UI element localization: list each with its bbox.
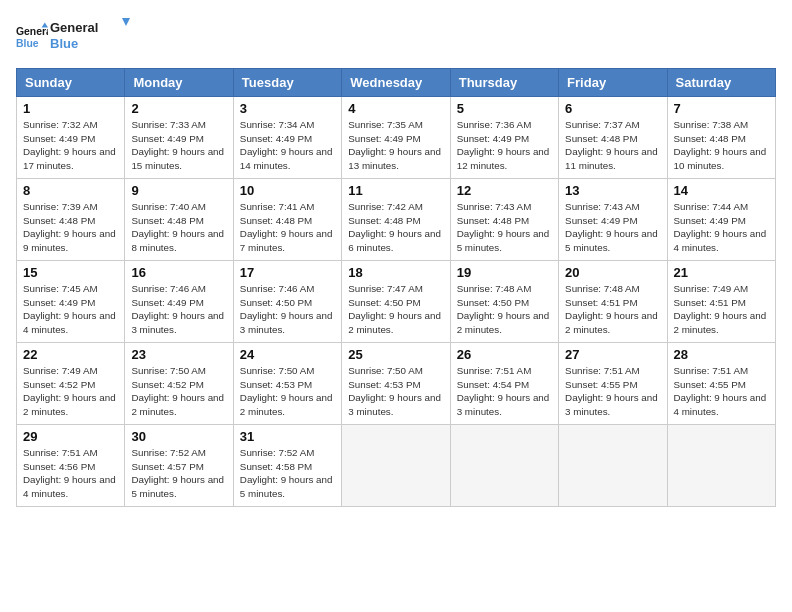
calendar-cell: 2Sunrise: 7:33 AM Sunset: 4:49 PM Daylig… [125, 97, 233, 179]
day-number: 21 [674, 265, 769, 280]
day-number: 29 [23, 429, 118, 444]
calendar-cell: 25Sunrise: 7:50 AM Sunset: 4:53 PM Dayli… [342, 343, 450, 425]
day-info: Sunrise: 7:37 AM Sunset: 4:48 PM Dayligh… [565, 118, 660, 173]
calendar-cell: 5Sunrise: 7:36 AM Sunset: 4:49 PM Daylig… [450, 97, 558, 179]
day-number: 25 [348, 347, 443, 362]
calendar-cell: 28Sunrise: 7:51 AM Sunset: 4:55 PM Dayli… [667, 343, 775, 425]
day-number: 14 [674, 183, 769, 198]
calendar-week-2: 8Sunrise: 7:39 AM Sunset: 4:48 PM Daylig… [17, 179, 776, 261]
day-number: 2 [131, 101, 226, 116]
calendar-cell: 31Sunrise: 7:52 AM Sunset: 4:58 PM Dayli… [233, 425, 341, 507]
weekday-header-thursday: Thursday [450, 69, 558, 97]
day-info: Sunrise: 7:52 AM Sunset: 4:57 PM Dayligh… [131, 446, 226, 501]
calendar-cell: 6Sunrise: 7:37 AM Sunset: 4:48 PM Daylig… [559, 97, 667, 179]
svg-marker-2 [42, 23, 48, 28]
day-info: Sunrise: 7:36 AM Sunset: 4:49 PM Dayligh… [457, 118, 552, 173]
day-number: 31 [240, 429, 335, 444]
calendar-cell: 1Sunrise: 7:32 AM Sunset: 4:49 PM Daylig… [17, 97, 125, 179]
day-info: Sunrise: 7:51 AM Sunset: 4:54 PM Dayligh… [457, 364, 552, 419]
calendar: SundayMondayTuesdayWednesdayThursdayFrid… [16, 68, 776, 507]
day-info: Sunrise: 7:38 AM Sunset: 4:48 PM Dayligh… [674, 118, 769, 173]
calendar-week-4: 22Sunrise: 7:49 AM Sunset: 4:52 PM Dayli… [17, 343, 776, 425]
weekday-header-saturday: Saturday [667, 69, 775, 97]
day-info: Sunrise: 7:42 AM Sunset: 4:48 PM Dayligh… [348, 200, 443, 255]
day-info: Sunrise: 7:46 AM Sunset: 4:49 PM Dayligh… [131, 282, 226, 337]
day-number: 30 [131, 429, 226, 444]
day-number: 10 [240, 183, 335, 198]
calendar-week-5: 29Sunrise: 7:51 AM Sunset: 4:56 PM Dayli… [17, 425, 776, 507]
day-number: 13 [565, 183, 660, 198]
day-number: 9 [131, 183, 226, 198]
day-info: Sunrise: 7:50 AM Sunset: 4:53 PM Dayligh… [348, 364, 443, 419]
day-number: 15 [23, 265, 118, 280]
day-number: 18 [348, 265, 443, 280]
day-info: Sunrise: 7:49 AM Sunset: 4:52 PM Dayligh… [23, 364, 118, 419]
calendar-cell: 10Sunrise: 7:41 AM Sunset: 4:48 PM Dayli… [233, 179, 341, 261]
day-info: Sunrise: 7:39 AM Sunset: 4:48 PM Dayligh… [23, 200, 118, 255]
header: General Blue General Blue [16, 16, 776, 58]
day-info: Sunrise: 7:32 AM Sunset: 4:49 PM Dayligh… [23, 118, 118, 173]
calendar-cell: 9Sunrise: 7:40 AM Sunset: 4:48 PM Daylig… [125, 179, 233, 261]
calendar-week-1: 1Sunrise: 7:32 AM Sunset: 4:49 PM Daylig… [17, 97, 776, 179]
day-info: Sunrise: 7:50 AM Sunset: 4:53 PM Dayligh… [240, 364, 335, 419]
day-info: Sunrise: 7:51 AM Sunset: 4:55 PM Dayligh… [674, 364, 769, 419]
day-info: Sunrise: 7:46 AM Sunset: 4:50 PM Dayligh… [240, 282, 335, 337]
day-info: Sunrise: 7:43 AM Sunset: 4:48 PM Dayligh… [457, 200, 552, 255]
day-number: 22 [23, 347, 118, 362]
calendar-cell: 7Sunrise: 7:38 AM Sunset: 4:48 PM Daylig… [667, 97, 775, 179]
calendar-cell: 22Sunrise: 7:49 AM Sunset: 4:52 PM Dayli… [17, 343, 125, 425]
day-number: 23 [131, 347, 226, 362]
day-number: 16 [131, 265, 226, 280]
logo: General Blue General Blue [16, 16, 130, 58]
calendar-cell: 30Sunrise: 7:52 AM Sunset: 4:57 PM Dayli… [125, 425, 233, 507]
calendar-cell: 4Sunrise: 7:35 AM Sunset: 4:49 PM Daylig… [342, 97, 450, 179]
day-info: Sunrise: 7:48 AM Sunset: 4:50 PM Dayligh… [457, 282, 552, 337]
day-info: Sunrise: 7:48 AM Sunset: 4:51 PM Dayligh… [565, 282, 660, 337]
calendar-cell: 14Sunrise: 7:44 AM Sunset: 4:49 PM Dayli… [667, 179, 775, 261]
calendar-week-3: 15Sunrise: 7:45 AM Sunset: 4:49 PM Dayli… [17, 261, 776, 343]
calendar-cell: 20Sunrise: 7:48 AM Sunset: 4:51 PM Dayli… [559, 261, 667, 343]
day-info: Sunrise: 7:43 AM Sunset: 4:49 PM Dayligh… [565, 200, 660, 255]
calendar-cell: 21Sunrise: 7:49 AM Sunset: 4:51 PM Dayli… [667, 261, 775, 343]
calendar-cell: 23Sunrise: 7:50 AM Sunset: 4:52 PM Dayli… [125, 343, 233, 425]
calendar-cell [559, 425, 667, 507]
day-number: 4 [348, 101, 443, 116]
calendar-cell: 18Sunrise: 7:47 AM Sunset: 4:50 PM Dayli… [342, 261, 450, 343]
calendar-cell: 24Sunrise: 7:50 AM Sunset: 4:53 PM Dayli… [233, 343, 341, 425]
day-number: 12 [457, 183, 552, 198]
weekday-header-monday: Monday [125, 69, 233, 97]
day-info: Sunrise: 7:33 AM Sunset: 4:49 PM Dayligh… [131, 118, 226, 173]
calendar-cell: 11Sunrise: 7:42 AM Sunset: 4:48 PM Dayli… [342, 179, 450, 261]
day-number: 8 [23, 183, 118, 198]
weekday-header-tuesday: Tuesday [233, 69, 341, 97]
day-info: Sunrise: 7:44 AM Sunset: 4:49 PM Dayligh… [674, 200, 769, 255]
calendar-cell [342, 425, 450, 507]
weekday-header-sunday: Sunday [17, 69, 125, 97]
weekday-header-friday: Friday [559, 69, 667, 97]
day-number: 26 [457, 347, 552, 362]
calendar-cell [667, 425, 775, 507]
day-number: 3 [240, 101, 335, 116]
day-info: Sunrise: 7:51 AM Sunset: 4:56 PM Dayligh… [23, 446, 118, 501]
svg-text:General: General [50, 20, 98, 35]
day-info: Sunrise: 7:50 AM Sunset: 4:52 PM Dayligh… [131, 364, 226, 419]
day-info: Sunrise: 7:51 AM Sunset: 4:55 PM Dayligh… [565, 364, 660, 419]
calendar-cell: 15Sunrise: 7:45 AM Sunset: 4:49 PM Dayli… [17, 261, 125, 343]
day-number: 28 [674, 347, 769, 362]
calendar-cell: 17Sunrise: 7:46 AM Sunset: 4:50 PM Dayli… [233, 261, 341, 343]
day-info: Sunrise: 7:41 AM Sunset: 4:48 PM Dayligh… [240, 200, 335, 255]
logo-svg: General Blue [50, 16, 130, 54]
logo-icon: General Blue [16, 21, 48, 53]
day-number: 11 [348, 183, 443, 198]
day-info: Sunrise: 7:35 AM Sunset: 4:49 PM Dayligh… [348, 118, 443, 173]
weekday-header-wednesday: Wednesday [342, 69, 450, 97]
day-number: 20 [565, 265, 660, 280]
calendar-cell: 27Sunrise: 7:51 AM Sunset: 4:55 PM Dayli… [559, 343, 667, 425]
day-info: Sunrise: 7:49 AM Sunset: 4:51 PM Dayligh… [674, 282, 769, 337]
calendar-cell: 19Sunrise: 7:48 AM Sunset: 4:50 PM Dayli… [450, 261, 558, 343]
day-number: 19 [457, 265, 552, 280]
day-number: 6 [565, 101, 660, 116]
day-number: 24 [240, 347, 335, 362]
day-info: Sunrise: 7:45 AM Sunset: 4:49 PM Dayligh… [23, 282, 118, 337]
svg-text:General: General [16, 26, 48, 37]
